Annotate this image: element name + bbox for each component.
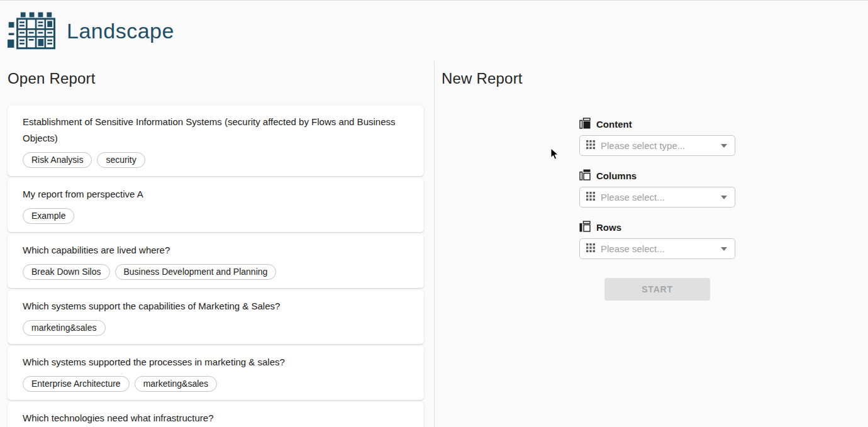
- open-report-heading: Open Report: [8, 70, 424, 87]
- rows-label: Rows: [596, 222, 621, 233]
- report-tags: Example: [23, 208, 409, 224]
- report-tag-chip: Business Development and Planning: [115, 264, 277, 280]
- table-columns-icon: [579, 169, 591, 182]
- report-title: Which systems supported the processes in…: [23, 354, 409, 370]
- report-title: Which capabilities are lived where?: [23, 242, 409, 258]
- chevron-down-icon: [721, 196, 727, 199]
- columns-label-row: Columns: [579, 169, 735, 182]
- report-tags: Break Down SilosBusiness Development and…: [23, 264, 409, 280]
- start-button[interactable]: START: [604, 278, 710, 301]
- columns-select[interactable]: Please select...: [579, 187, 735, 208]
- content-field-group: Content Please select type...: [579, 118, 735, 156]
- report-tag-chip: Enterprise Architecture: [23, 376, 130, 392]
- app-header: Landscape: [0, 1, 868, 61]
- report-tag-chip: Example: [23, 208, 74, 224]
- report-tag-chip: security: [97, 152, 145, 168]
- columns-field-group: Columns Please select...: [579, 169, 735, 208]
- report-title: My report from perspective A: [23, 186, 409, 202]
- chevron-down-icon: [721, 247, 727, 251]
- report-tags: marketing&sales: [23, 320, 409, 336]
- report-tag-chip: marketing&sales: [23, 320, 106, 336]
- content-select-placeholder: Please select type...: [601, 140, 715, 151]
- report-card[interactable]: Which systems support the capabilities o…: [8, 290, 424, 344]
- content-label-row: Content: [579, 118, 735, 131]
- report-title: Which technologies need what infrastruct…: [23, 410, 409, 426]
- new-report-heading: New Report: [442, 70, 868, 87]
- app-title: Landscape: [67, 19, 174, 43]
- report-card[interactable]: Which systems supported the processes in…: [8, 346, 424, 400]
- report-card[interactable]: Which technologies need what infrastruct…: [8, 402, 424, 427]
- content-label: Content: [596, 119, 632, 130]
- report-tag-chip: marketing&sales: [135, 376, 218, 392]
- report-list: Establishment of Sensitive Information S…: [8, 106, 424, 427]
- content-select[interactable]: Please select type...: [579, 135, 735, 156]
- table-rows-icon: [579, 221, 591, 234]
- report-title: Which systems support the capabilities o…: [23, 298, 409, 314]
- report-tag-chip: Risk Analysis: [23, 152, 92, 168]
- report-tags: Risk Analysissecurity: [23, 152, 409, 168]
- new-report-form: Content Please select type...: [579, 118, 735, 301]
- chevron-down-icon: [721, 144, 727, 148]
- columns-label: Columns: [596, 170, 637, 181]
- grid-icon: [586, 140, 595, 152]
- grid-icon: [586, 192, 595, 203]
- rows-select-placeholder: Please select...: [601, 243, 715, 254]
- rows-select[interactable]: Please select...: [579, 238, 735, 259]
- main-content: Open Report Establishment of Sensitive I…: [0, 61, 868, 427]
- open-report-pane: Open Report Establishment of Sensitive I…: [0, 61, 434, 427]
- report-title: Establishment of Sensitive Information S…: [23, 114, 409, 147]
- columns-select-placeholder: Please select...: [601, 192, 715, 202]
- report-card[interactable]: My report from perspective A Example: [8, 178, 424, 232]
- new-report-pane: New Report Content: [434, 61, 868, 427]
- report-tag-chip: Break Down Silos: [23, 264, 110, 280]
- grid-icon: [586, 243, 595, 255]
- landscape-logo-icon: [8, 11, 57, 51]
- table-content-icon: [579, 118, 591, 131]
- rows-label-row: Rows: [579, 221, 735, 234]
- report-card[interactable]: Establishment of Sensitive Information S…: [8, 106, 424, 176]
- report-card[interactable]: Which capabilities are lived where? Brea…: [8, 234, 424, 288]
- rows-field-group: Rows Please select...: [579, 221, 735, 259]
- report-tags: Enterprise Architecturemarketing&sales: [23, 376, 409, 392]
